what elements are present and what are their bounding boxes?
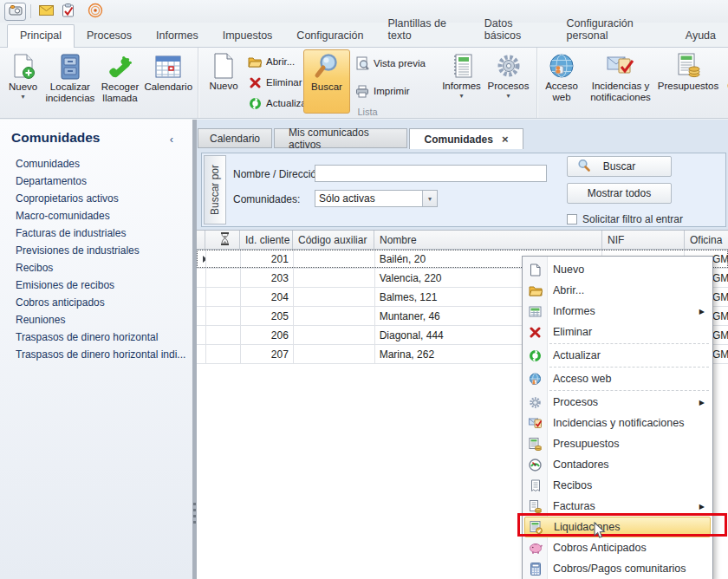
request-filter-checkbox[interactable] xyxy=(567,214,577,224)
menu-item-eliminar[interactable]: Eliminar xyxy=(523,322,712,342)
submenu-arrow-icon: ▶ xyxy=(699,399,705,407)
doc-tab-comunidades[interactable]: Comunidades × xyxy=(409,128,523,149)
budget-coins-icon xyxy=(528,438,543,451)
ribbon-tab-configuracion-personal[interactable]: Configuración personal xyxy=(555,13,673,47)
invoice-coins-icon xyxy=(528,500,543,513)
incident-mail-icon xyxy=(607,51,634,81)
doc-tab-calendario[interactable]: Calendario xyxy=(198,128,272,148)
name-address-input[interactable] xyxy=(315,165,547,182)
new-record-button[interactable]: Nuevo xyxy=(202,49,245,114)
column-header-nif[interactable]: NIF xyxy=(602,231,685,249)
request-filter-checkbox-row: Solicitar filtro al entrar xyxy=(567,213,683,225)
show-all-button[interactable]: Mostrar todos xyxy=(567,183,672,204)
ribbon-tab-plantillas[interactable]: Plantillas de texto xyxy=(376,13,472,47)
request-filter-label: Solicitar filtro al entrar xyxy=(582,213,683,225)
quick-broadcast-button[interactable] xyxy=(84,3,106,21)
sidebar-item-cobros-anticipados[interactable]: Cobros anticipados xyxy=(0,294,192,311)
delete-x-icon xyxy=(247,77,263,88)
annotation-highlight-box xyxy=(517,513,727,537)
menu-item-recibos[interactable]: Recibos xyxy=(523,475,712,496)
menu-item-nuevo[interactable]: Nuevo xyxy=(523,259,712,280)
processes-dropdown-button[interactable]: Procesos ▾ xyxy=(485,49,531,114)
preview-icon xyxy=(354,56,370,70)
menu-separator xyxy=(549,367,709,368)
search-button-ribbon[interactable]: Buscar xyxy=(303,49,350,114)
sidebar-collapse-chevron-icon[interactable]: ‹ xyxy=(170,133,173,146)
web-globe-icon xyxy=(549,51,575,81)
gear-icon xyxy=(496,51,522,81)
calendar-button[interactable]: Calendario xyxy=(142,50,194,114)
filter-panel: Buscar por Nombre / Dirección: Comunidad… xyxy=(201,153,726,227)
sidebar-item-facturas-industriales[interactable]: Facturas de industriales xyxy=(0,224,192,242)
menu-item-abrir[interactable]: Abrir... xyxy=(523,280,712,301)
application-window: Principal Procesos Informes Impuestos Co… xyxy=(0,0,728,579)
menu-item-incidencias[interactable]: Incidencias y notificaciones xyxy=(523,413,712,433)
doc-tab-comunicados[interactable]: Mis comunicados activos xyxy=(274,128,407,148)
web-access-button[interactable]: Acceso web xyxy=(541,49,582,114)
budgets-button[interactable]: Presupuestos xyxy=(656,49,720,114)
preview-button[interactable]: Vista previa xyxy=(354,54,438,73)
sidebar-item-previsiones[interactable]: Previsiones de industriales xyxy=(0,242,192,259)
row-selector-cell xyxy=(197,250,206,268)
report-notebook-icon xyxy=(451,51,473,81)
broadcast-icon xyxy=(88,3,103,21)
menu-item-actualizar[interactable]: Actualizar xyxy=(523,345,712,366)
column-header-codigo[interactable]: Código auxiliar xyxy=(293,231,374,249)
communities-select[interactable]: Sólo activas ▾ xyxy=(315,190,438,207)
calendar-icon xyxy=(155,52,181,81)
ribbon-tab-impuestos[interactable]: Impuestos xyxy=(211,25,285,47)
menu-item-cobros-anticipados[interactable]: Cobros Anticipados xyxy=(523,537,712,558)
ribbon-group-main: Nuevo ▾ Localizar incidencias Recoger ll… xyxy=(0,48,198,118)
tab-close-icon[interactable]: × xyxy=(502,133,509,146)
pickup-call-button[interactable]: Recoger llamada xyxy=(98,50,143,114)
ribbon-group-label-lista: Lista xyxy=(198,107,536,117)
incidents-notifications-button[interactable]: Incidencias y notificaciones xyxy=(585,49,656,114)
menu-item-procesos[interactable]: Procesos ▶ xyxy=(523,392,712,413)
ribbon-tab-procesos[interactable]: Procesos xyxy=(75,25,144,47)
quick-tasks-button[interactable] xyxy=(57,3,79,21)
column-header-id-cliente[interactable]: Id. cliente xyxy=(240,231,293,249)
ribbon-group-lista: Nuevo Abrir... Eliminar xyxy=(198,48,537,118)
phone-handset-icon xyxy=(107,52,133,81)
new-dropdown-button[interactable]: Nuevo ▾ xyxy=(3,50,42,114)
column-header-oficina[interactable]: Oficina xyxy=(685,231,728,249)
sidebar-item-reuniones[interactable]: Reuniones xyxy=(0,311,192,329)
sidebar-item-traspasos[interactable]: Traspasos de dinero horizontal xyxy=(0,329,192,346)
menu-item-acceso-web[interactable]: Acceso web xyxy=(523,368,712,389)
sidebar-item-traspasos-indi[interactable]: Traspasos de dinero horizontal indi... xyxy=(0,346,192,363)
sidebar-item-comunidades[interactable]: Comunidades xyxy=(0,155,192,172)
reports-dropdown-button[interactable]: Informes ▾ xyxy=(439,49,484,114)
menu-item-cobros-pagos[interactable]: Cobros/Pagos comunitarios xyxy=(523,558,712,579)
sidebar-item-emisiones[interactable]: Emisiones de recibos xyxy=(0,276,192,294)
menu-item-presupuestos[interactable]: Presupuestos xyxy=(523,433,712,454)
menu-item-contadores[interactable]: Contadores xyxy=(523,454,712,475)
grid-header: Id. cliente Código auxiliar Nombre NIF O… xyxy=(197,231,728,250)
sidebar-item-macro-comunidades[interactable]: Macro-comunidades xyxy=(0,207,192,224)
busy-column-header[interactable] xyxy=(205,231,240,249)
ribbon-tab-informes[interactable]: Informes xyxy=(144,25,211,47)
dropdown-arrow-icon: ▾ xyxy=(506,93,510,99)
combo-dropdown-arrow-icon[interactable]: ▾ xyxy=(422,191,437,206)
locate-incidents-button[interactable]: Localizar incidencias xyxy=(42,50,97,114)
report-icon xyxy=(528,306,543,317)
receipt-icon xyxy=(528,479,543,492)
row-selector-header[interactable] xyxy=(197,231,205,249)
ribbon-tab-principal[interactable]: Principal xyxy=(7,24,75,48)
quick-mail-button[interactable] xyxy=(36,3,57,21)
ribbon-tab-ayuda[interactable]: Ayuda xyxy=(673,25,728,47)
menu-item-informes[interactable]: Informes ▶ xyxy=(523,301,712,322)
counters-button[interactable]: Contadores xyxy=(723,49,728,114)
counter-gauge-icon xyxy=(528,459,543,472)
ribbon-tab-bar: Principal Procesos Informes Impuestos Co… xyxy=(0,23,728,48)
print-button[interactable]: Imprimir xyxy=(354,81,438,101)
ribbon-tab-datos-basicos[interactable]: Datos básicos xyxy=(472,13,555,47)
sidebar-item-departamentos[interactable]: Departamentos xyxy=(0,172,192,190)
sidebar-item-recibos[interactable]: Recibos xyxy=(0,259,192,276)
sidebar-title: Comunidades xyxy=(11,130,100,146)
sidebar-item-copropietarios[interactable]: Copropietarios activos xyxy=(0,190,192,207)
search-button[interactable]: Buscar xyxy=(567,156,672,177)
column-header-nombre[interactable]: Nombre xyxy=(374,231,602,249)
ribbon-tab-configuracion[interactable]: Configuración xyxy=(284,25,375,47)
file-cabinet-icon xyxy=(59,52,81,81)
quick-phone-button[interactable] xyxy=(4,3,26,21)
